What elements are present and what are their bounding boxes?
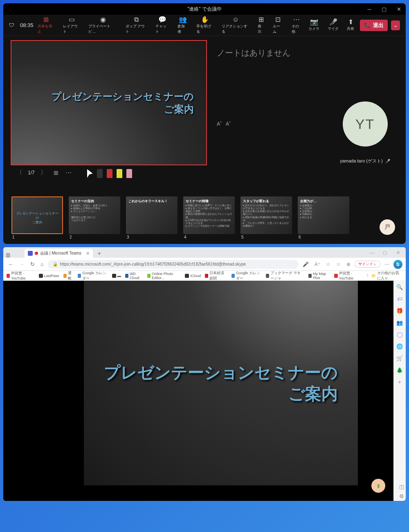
participants-button[interactable]: 👥参加者 (175, 16, 190, 35)
globe-icon[interactable]: 🌐 (396, 343, 403, 349)
mic-browser-icon[interactable]: 🎤 (301, 261, 310, 268)
leave-button[interactable]: 📞退出 (360, 20, 388, 31)
react-button[interactable]: ☺リアクションする (219, 16, 252, 35)
forward-button[interactable]: → (18, 260, 26, 268)
popout-button[interactable]: ⧉ポップ アウト (123, 16, 150, 35)
slide-thumbnail[interactable]: スタッフが変わる▸ 話すのコツが分かり、恐れずにプレゼンができるようになる▸ 自… (240, 196, 292, 239)
view-button[interactable]: ⊞表示 (255, 16, 267, 35)
muted-icon: 🎤̸ (385, 159, 390, 163)
red-pen-tool[interactable] (107, 169, 112, 178)
bookmark-item[interactable]: ブックマーク マネージャ (266, 271, 304, 281)
share-button[interactable]: ⬆共有 (344, 18, 357, 32)
bookmark-item[interactable]: 通帳 (63, 271, 74, 281)
bookmark-item[interactable]: My Map Plus (308, 272, 330, 280)
leave-dropdown[interactable]: ⌄ (391, 20, 400, 30)
menu-icon[interactable]: ⋯ (383, 261, 391, 268)
eraser-tool[interactable] (126, 169, 132, 178)
bookmark-item[interactable]: 日本経済新聞 (205, 271, 227, 281)
cart-icon[interactable]: 🛒 (396, 355, 403, 361)
favorite-outline-icon[interactable]: ☆ (324, 261, 332, 268)
address-bar[interactable]: 🔒 https://teams.microsoft.com/_#/pre-joi… (48, 260, 299, 269)
chat-fab[interactable]: ▮ (371, 479, 385, 493)
refresh-button[interactable]: ↻ (29, 260, 36, 268)
bookmark-item[interactable]: 芦田寛 - YouTube (334, 271, 362, 280)
close-tab-button[interactable]: ✕ (86, 251, 90, 256)
people-sidebar-icon[interactable]: 👥 (396, 320, 403, 326)
favorite-icon[interactable]: ☆ (335, 261, 342, 268)
thumbnail-number: 3 (126, 235, 178, 239)
back-button[interactable]: ← (7, 260, 15, 268)
bing-icon[interactable]: b (393, 260, 402, 269)
title-bar: "連絡" で会議中 ─ ▢ ✕ (3, 3, 406, 15)
slide-thumbnail[interactable]: これからのキラースキル！3 (126, 196, 178, 239)
next-slide-button[interactable]: 〉 (39, 168, 48, 177)
prev-slide-button[interactable]: 〈 (15, 168, 24, 177)
bookmark-item[interactable]: ▬ (112, 274, 121, 278)
private-view-button[interactable]: ◉プライベート ビ… (86, 16, 119, 35)
panel-icon[interactable]: ◫ (399, 484, 404, 490)
bookmark-item[interactable]: 芦田寛 - YouTube (7, 271, 35, 280)
extensions-icon[interactable]: ⊕ (345, 261, 352, 268)
tabs-menu-button[interactable]: ▥ (3, 252, 12, 258)
slide-thumbnail[interactable]: プレゼンテーションセミナーのご案内1 (11, 196, 63, 239)
slide-thumbnail[interactable]: セミナーの目的▸ 企画力、交渉力、提案力の向上▸ 会議および商談の円滑化▸ コミ… (69, 196, 120, 239)
close-button[interactable]: ✕ (392, 3, 406, 15)
camera-button[interactable]: 📷̸カメラ (306, 18, 322, 32)
slide-title: プレゼンテーションセミナーの ご案内 (52, 90, 194, 115)
slide-thumbnail[interactable]: 企画力が…▸ 企画案の…▸ これ以降…▸ お客様は…▸ 印象的な…▸ 特になる…… (298, 196, 349, 239)
thumbnail-number: 6 (298, 235, 349, 239)
browser-minimize-button[interactable]: — (366, 248, 378, 257)
lock-icon: 🔒 (53, 262, 58, 266)
new-tab-button[interactable]: + (95, 249, 103, 258)
shield-icon: 🛡 (9, 22, 14, 28)
more-icon: ⋯ (293, 16, 300, 23)
search-icon[interactable]: 🔍 (396, 284, 403, 290)
add-sidebar-icon[interactable]: + (398, 379, 401, 385)
avatar: YT (343, 101, 388, 147)
font-decrease-button[interactable]: Aˇ (226, 121, 231, 127)
grid-view-button[interactable]: ⊞ (52, 169, 60, 177)
highlighter-tool[interactable] (117, 169, 122, 178)
circle-icon[interactable]: ◯ (397, 331, 403, 338)
shared-slide-view: プレゼンテーションセミナーの ご案内 (84, 281, 358, 485)
black-pen-tool[interactable] (97, 169, 103, 178)
room-button[interactable]: ⊡ルーム (270, 16, 285, 35)
browser-sidebar: 🔍 🏷 🎁 👥 ◯ 🌐 🛒 🌲 + (393, 281, 406, 501)
settings-icon[interactable]: ⚙ (399, 493, 404, 499)
font-increase-button[interactable]: Aˆ (217, 121, 222, 127)
text-size-icon[interactable]: A⁺ (313, 261, 322, 268)
slide-thumbnails: プレゼンテーションセミナーのご案内1セミナーの目的▸ 企画力、交渉力、提案力の向… (3, 192, 406, 244)
tag-icon[interactable]: 🏷 (397, 296, 402, 302)
chat-button[interactable]: 💬チャット (153, 16, 172, 35)
bookmark-item[interactable]: LastPass (39, 274, 59, 278)
bookmark-overflow[interactable]: 〉 📁 その他のお気に入り (366, 271, 402, 281)
browser-close-button[interactable]: ✕ (392, 248, 404, 257)
home-button[interactable]: ⌂ (39, 260, 45, 268)
hand-icon: ✋ (201, 16, 209, 23)
minimize-button[interactable]: ─ (362, 3, 376, 15)
chevron-down-icon: ⌄ (393, 23, 398, 28)
mic-button[interactable]: 🎤̸マイク (325, 18, 341, 32)
stop-sharing-button[interactable]: ⊠共有を停止 (35, 16, 57, 35)
bookmark-item[interactable]: WD Cloud (125, 272, 143, 280)
floating-action-button[interactable]: 戸 (380, 219, 395, 235)
more-options-button[interactable]: ⋯ (64, 169, 73, 177)
bookmark-item[interactable]: Online Photo Editor… (147, 272, 181, 280)
signin-button[interactable]: サインイン (355, 261, 380, 268)
raise-hand-button[interactable]: ✋手を挙げる (194, 16, 216, 35)
browser-address-bar-row: ← → ↻ ⌂ 🔒 https://teams.microsoft.com/_#… (3, 258, 406, 271)
current-slide: プレゼンテーションセミナーの ご案内 (11, 40, 207, 165)
bookmark-item[interactable]: Google カレンダー (78, 271, 108, 281)
browser-maximize-button[interactable]: ▢ (379, 248, 391, 257)
maximize-button[interactable]: ▢ (377, 3, 391, 15)
meeting-timer: 08:35 (20, 22, 34, 28)
cursor-tool[interactable] (87, 169, 93, 178)
gift-icon[interactable]: 🎁 (396, 308, 403, 314)
layout-button[interactable]: ▭レイアウト (61, 16, 83, 35)
more-button[interactable]: ⋯その他 (289, 16, 304, 35)
bookmark-item[interactable]: Google カレンダー (231, 271, 262, 281)
browser-tab[interactable]: 会議 | Microsoft Teams ✕ (25, 249, 93, 258)
bookmark-item[interactable]: iCloud (185, 274, 201, 278)
slide-thumbnail[interactable]: セミナーの特徴▸ 呼吸に基づいた発声で、すぐに身に付く▸ 単なるソフトの使い方で… (183, 196, 235, 239)
tree-icon[interactable]: 🌲 (396, 367, 403, 373)
